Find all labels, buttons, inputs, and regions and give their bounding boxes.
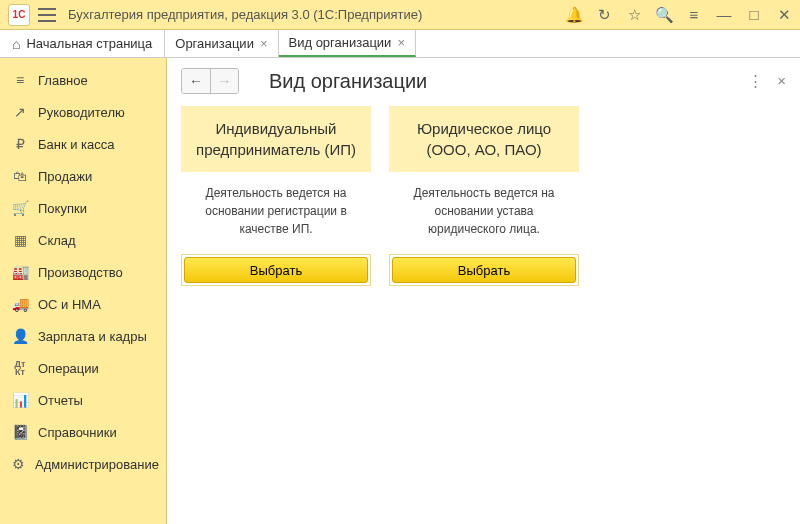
- tab-home[interactable]: ⌂ Начальная страница: [0, 30, 165, 57]
- window-title: Бухгалтерия предприятия, редакция 3.0 (1…: [68, 7, 566, 22]
- sidebar-item-main[interactable]: ≡Главное: [0, 64, 166, 96]
- titlebar: 1C Бухгалтерия предприятия, редакция 3.0…: [0, 0, 800, 30]
- titlebar-controls: 🔔 ↻ ☆ 🔍 ≡ — □ ✕: [566, 7, 792, 23]
- more-icon[interactable]: ⋮: [748, 72, 763, 90]
- history-icon[interactable]: ↻: [596, 7, 612, 23]
- card-legal: Юридическое лицо (ООО, АО, ПАО) Деятельн…: [389, 106, 579, 286]
- sidebar-item-label: Покупки: [38, 201, 87, 216]
- card-button-wrap: Выбрать: [389, 254, 579, 286]
- minimize-button[interactable]: —: [716, 7, 732, 23]
- card-description: Деятельность ведется на основании устава…: [389, 172, 579, 254]
- person-icon: 👤: [12, 328, 28, 344]
- sidebar-item-purchases[interactable]: 🛒Покупки: [0, 192, 166, 224]
- sidebar-item-label: Банк и касса: [38, 137, 115, 152]
- cart-icon: 🛒: [12, 200, 28, 216]
- sidebar-item-label: Производство: [38, 265, 123, 280]
- tab-home-label: Начальная страница: [26, 36, 152, 51]
- book-icon: 📓: [12, 424, 28, 440]
- star-icon[interactable]: ☆: [626, 7, 642, 23]
- sidebar-item-sales[interactable]: 🛍Продажи: [0, 160, 166, 192]
- gear-icon: ⚙: [12, 456, 25, 472]
- forward-button[interactable]: →: [210, 69, 238, 93]
- sidebar-item-manager[interactable]: ↗Руководителю: [0, 96, 166, 128]
- sidebar-item-label: Главное: [38, 73, 88, 88]
- sidebar-item-label: Зарплата и кадры: [38, 329, 147, 344]
- sidebar-item-label: ОС и НМА: [38, 297, 101, 312]
- close-icon[interactable]: ×: [777, 72, 786, 90]
- tab-organization-type[interactable]: Вид организации ×: [279, 30, 416, 57]
- truck-icon: 🚚: [12, 296, 28, 312]
- select-button-legal[interactable]: Выбрать: [392, 257, 576, 283]
- tab-label: Вид организации: [289, 35, 392, 50]
- filter-icon[interactable]: ≡: [686, 7, 702, 23]
- sidebar-item-bank[interactable]: ₽Банк и касса: [0, 128, 166, 160]
- sidebar-item-salary[interactable]: 👤Зарплата и кадры: [0, 320, 166, 352]
- back-button[interactable]: ←: [182, 69, 210, 93]
- sidebar-item-label: Руководителю: [38, 105, 125, 120]
- sidebar-item-warehouse[interactable]: ▦Склад: [0, 224, 166, 256]
- sidebar-item-label: Склад: [38, 233, 76, 248]
- grid-icon: ▦: [12, 232, 28, 248]
- page-title: Вид организации: [269, 70, 748, 93]
- tab-organizations[interactable]: Организации ×: [165, 30, 278, 57]
- chart-icon: ↗: [12, 104, 28, 120]
- app-logo: 1C: [8, 4, 30, 26]
- hamburger-icon[interactable]: [38, 8, 56, 22]
- close-button[interactable]: ✕: [776, 7, 792, 23]
- content-controls: ⋮ ×: [748, 72, 786, 90]
- sidebar-item-reports[interactable]: 📊Отчеты: [0, 384, 166, 416]
- sidebar-item-operations[interactable]: ДтКтОперации: [0, 352, 166, 384]
- sidebar-item-production[interactable]: 🏭Производство: [0, 256, 166, 288]
- cards-row: Индивидуальный предприниматель (ИП) Деят…: [181, 106, 786, 286]
- sidebar-item-label: Продажи: [38, 169, 92, 184]
- sidebar-item-references[interactable]: 📓Справочники: [0, 416, 166, 448]
- sidebar-item-label: Операции: [38, 361, 99, 376]
- bag-icon: 🛍: [12, 168, 28, 184]
- card-header: Юридическое лицо (ООО, АО, ПАО): [389, 106, 579, 172]
- close-icon[interactable]: ×: [397, 35, 405, 50]
- card-ip: Индивидуальный предприниматель (ИП) Деят…: [181, 106, 371, 286]
- dtkt-icon: ДтКт: [12, 360, 28, 376]
- sidebar-item-label: Справочники: [38, 425, 117, 440]
- content-area: ← → Вид организации ⋮ × Индивидуальный п…: [167, 58, 800, 524]
- list-icon: ≡: [12, 72, 28, 88]
- sidebar: ≡Главное ↗Руководителю ₽Банк и касса 🛍Пр…: [0, 58, 167, 524]
- card-header: Индивидуальный предприниматель (ИП): [181, 106, 371, 172]
- select-button-ip[interactable]: Выбрать: [184, 257, 368, 283]
- sidebar-item-admin[interactable]: ⚙Администрирование: [0, 448, 166, 480]
- nav-buttons: ← →: [181, 68, 239, 94]
- sidebar-item-label: Отчеты: [38, 393, 83, 408]
- bell-icon[interactable]: 🔔: [566, 7, 582, 23]
- factory-icon: 🏭: [12, 264, 28, 280]
- maximize-button[interactable]: □: [746, 7, 762, 23]
- home-icon: ⌂: [12, 36, 20, 52]
- close-icon[interactable]: ×: [260, 36, 268, 51]
- sidebar-item-label: Администрирование: [35, 457, 159, 472]
- search-icon[interactable]: 🔍: [656, 7, 672, 23]
- main-area: ≡Главное ↗Руководителю ₽Банк и касса 🛍Пр…: [0, 58, 800, 524]
- content-toolbar: ← → Вид организации ⋮ ×: [181, 68, 786, 94]
- tab-bar: ⌂ Начальная страница Организации × Вид о…: [0, 30, 800, 58]
- bars-icon: 📊: [12, 392, 28, 408]
- sidebar-item-assets[interactable]: 🚚ОС и НМА: [0, 288, 166, 320]
- tab-label: Организации: [175, 36, 254, 51]
- card-button-wrap: Выбрать: [181, 254, 371, 286]
- card-description: Деятельность ведется на основании регист…: [181, 172, 371, 254]
- ruble-icon: ₽: [12, 136, 28, 152]
